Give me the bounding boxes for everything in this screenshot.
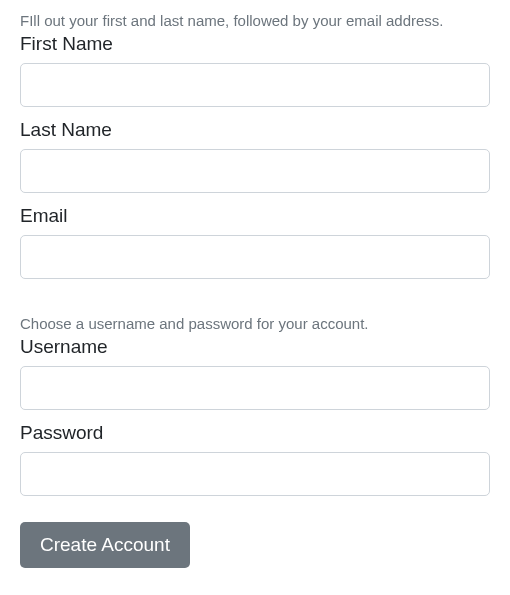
password-input[interactable]: [20, 452, 490, 496]
password-label: Password: [20, 422, 490, 444]
help-text-account: Choose a username and password for your …: [20, 315, 490, 332]
form-section-personal: FIll out your first and last name, follo…: [20, 12, 490, 289]
help-text-personal: FIll out your first and last name, follo…: [20, 12, 490, 29]
email-input[interactable]: [20, 235, 490, 279]
username-label: Username: [20, 336, 490, 358]
first-name-input[interactable]: [20, 63, 490, 107]
last-name-input[interactable]: [20, 149, 490, 193]
create-account-button[interactable]: Create Account: [20, 522, 190, 568]
last-name-label: Last Name: [20, 119, 490, 141]
first-name-label: First Name: [20, 33, 490, 55]
username-input[interactable]: [20, 366, 490, 410]
email-label: Email: [20, 205, 490, 227]
form-section-account: Choose a username and password for your …: [20, 315, 490, 506]
